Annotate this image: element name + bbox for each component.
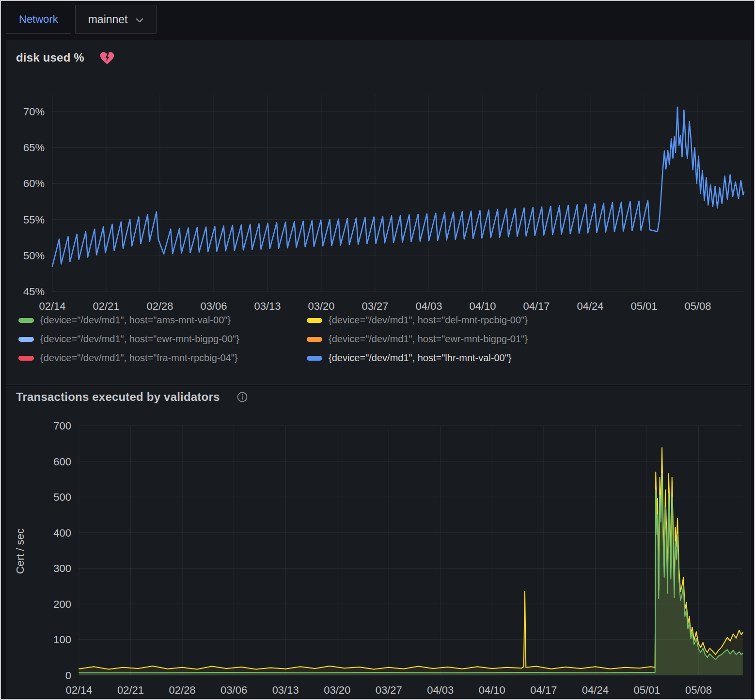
x-tick-label: 03/06 <box>220 684 247 696</box>
legend-label: {device="/dev/md1", host="ewr-mnt-bigpg-… <box>40 334 239 345</box>
x-tick-label: 04/03 <box>427 684 454 696</box>
x-tick-label: 05/01 <box>633 684 660 696</box>
network-variable-label-box: Network <box>6 5 71 34</box>
x-tick-label: 03/20 <box>308 300 334 312</box>
legend-swatch <box>18 356 34 361</box>
legend-swatch <box>18 318 34 323</box>
x-tick-label: 02/28 <box>146 300 173 312</box>
legend-label: {device="/dev/md1", host="ams-mnt-val-00… <box>40 315 231 326</box>
legend-item[interactable]: {device="/dev/md1", host="ewr-mnt-bigpg-… <box>18 334 307 345</box>
y-tick-label: 200 <box>53 598 71 610</box>
disk-used-legend: {device="/dev/md1", host="ams-mnt-val-00… <box>18 315 528 364</box>
panel-transactions: Transactions executed by validators Cert… <box>6 386 751 700</box>
x-tick-label: 02/14 <box>39 300 65 312</box>
grafana-dashboard: { "header": { "network_label": "Network"… <box>0 0 755 700</box>
legend-item[interactable]: {device="/dev/md1", host="lhr-mnt-val-00… <box>307 352 528 364</box>
x-tick-label: 02/21 <box>117 684 144 696</box>
chevron-down-icon <box>136 18 143 23</box>
y-tick-label: 55% <box>23 214 45 226</box>
legend-label: {device="/dev/md1", host="del-mnt-rpcbig… <box>329 315 528 326</box>
x-tick-label: 05/08 <box>684 300 711 312</box>
series-line <box>79 474 743 673</box>
series-area <box>79 474 743 675</box>
network-variable-value: mainnet <box>88 13 128 26</box>
x-tick-label: 02/21 <box>93 300 119 312</box>
series-area <box>79 448 743 675</box>
series-line <box>52 107 744 266</box>
x-tick-label: 04/17 <box>523 300 550 312</box>
y-tick-label: 100 <box>53 634 71 646</box>
series-line <box>79 448 743 669</box>
x-tick-label: 04/10 <box>469 300 496 312</box>
x-tick-label: 03/06 <box>200 300 227 312</box>
x-tick-label: 04/17 <box>530 684 557 696</box>
y-tick-label: 0 <box>65 669 71 682</box>
x-tick-label: 04/10 <box>479 684 505 696</box>
x-tick-label: 04/03 <box>415 300 442 312</box>
x-tick-label: 02/14 <box>65 684 92 696</box>
x-tick-label: 04/24 <box>582 684 609 696</box>
y-tick-label: 65% <box>23 142 45 154</box>
network-variable-dropdown[interactable]: mainnet <box>75 5 157 34</box>
legend-label: {device="/dev/md1", host="lhr-mnt-val-00… <box>329 352 511 364</box>
y-tick-label: 50% <box>23 250 45 262</box>
dashboard-variables-bar: Network mainnet <box>6 5 157 34</box>
y-tick-label: 400 <box>53 527 71 539</box>
y-tick-label: 700 <box>53 420 71 432</box>
legend-label: {device="/dev/md1", host="ewr-mnt-bigpg-… <box>329 334 528 345</box>
x-tick-label: 03/20 <box>324 684 350 696</box>
y-tick-label: 45% <box>23 286 45 298</box>
legend-swatch <box>307 318 322 323</box>
y-tick-label: 500 <box>53 491 71 503</box>
x-tick-label: 02/28 <box>169 684 196 696</box>
legend-item[interactable]: {device="/dev/md1", host="del-mnt-rpcbig… <box>307 315 528 326</box>
x-tick-label: 04/24 <box>577 300 603 312</box>
network-variable-label: Network <box>19 13 58 26</box>
y-tick-label: 60% <box>23 177 45 190</box>
panel-disk-used: disk used % 45%50%55%60%65%70%02/1402/21… <box>6 40 751 385</box>
x-tick-label: 05/01 <box>630 300 657 312</box>
legend-label: {device="/dev/md1", host="fra-mnt-rpcbig… <box>40 352 238 364</box>
x-tick-label: 03/13 <box>254 300 281 312</box>
legend-swatch <box>18 337 34 342</box>
y-tick-label: 70% <box>23 106 45 118</box>
legend-item[interactable]: {device="/dev/md1", host="ams-mnt-val-00… <box>18 315 307 326</box>
legend-swatch <box>307 356 322 361</box>
y-tick-label: 600 <box>53 456 71 468</box>
x-tick-label: 03/13 <box>272 684 299 696</box>
legend-item[interactable]: {device="/dev/md1", host="ewr-mnt-bigpg-… <box>307 334 528 345</box>
x-tick-label: 03/27 <box>362 300 388 312</box>
y-tick-label: 300 <box>53 562 71 574</box>
legend-swatch <box>307 337 322 342</box>
transactions-chart[interactable]: 010020030040050060070002/1402/2102/2803/… <box>6 386 752 700</box>
legend-item[interactable]: {device="/dev/md1", host="fra-mnt-rpcbig… <box>18 352 307 364</box>
x-tick-label: 05/08 <box>685 684 712 696</box>
x-tick-label: 03/27 <box>376 684 402 696</box>
